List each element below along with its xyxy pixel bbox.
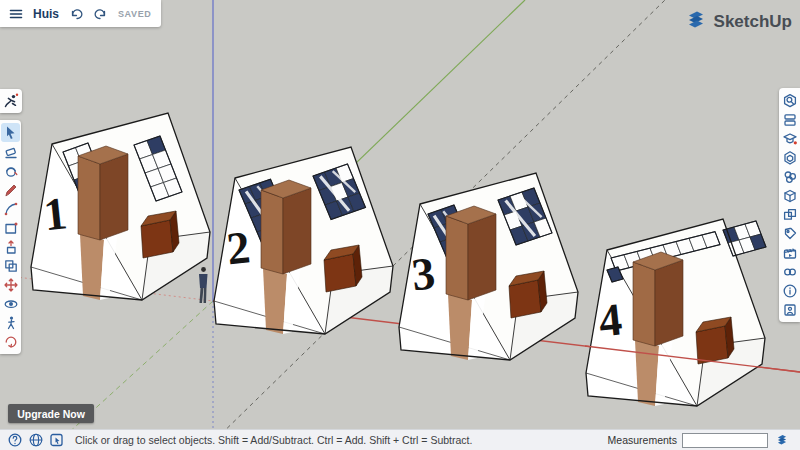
help-icon[interactable] xyxy=(6,432,23,449)
tags-panel-button[interactable] xyxy=(780,224,799,243)
shadows-panel-button[interactable] xyxy=(780,262,799,281)
line-tool-button[interactable] xyxy=(1,180,20,199)
walk-tool-button[interactable] xyxy=(1,313,20,332)
move-tool-button[interactable] xyxy=(1,275,20,294)
shape-tool-button[interactable] xyxy=(1,218,20,237)
document-toolbar: Huis SAVED xyxy=(0,0,161,27)
instructor-panel-button[interactable] xyxy=(780,129,799,148)
select-tool-button[interactable] xyxy=(1,123,20,142)
search-warehouse-panel-button[interactable] xyxy=(780,91,799,110)
redo-icon[interactable] xyxy=(93,6,109,22)
app-settings-panel-button[interactable] xyxy=(780,300,799,319)
drawing-tools-rail xyxy=(0,120,21,354)
styles-panel-button[interactable] xyxy=(780,186,799,205)
sketchup-mark-icon xyxy=(684,8,708,36)
undo-icon[interactable] xyxy=(68,6,84,22)
language-globe-icon[interactable] xyxy=(27,432,44,449)
entity-info-panel-button[interactable] xyxy=(780,110,799,129)
paint-tool-button[interactable] xyxy=(1,161,20,180)
orbit-tool-button[interactable] xyxy=(1,294,20,313)
sketchup-logo-text: SketchUp xyxy=(714,12,792,32)
eraser-tool-button[interactable] xyxy=(1,142,20,161)
select-hint-icon xyxy=(48,432,65,449)
scenes-panel-button[interactable] xyxy=(780,243,799,262)
sketchup-mini-mark-icon xyxy=(773,432,790,449)
upgrade-now-button[interactable]: Upgrade Now xyxy=(8,404,94,423)
sketchup-window: 1234 Huis SAVED SketchUp Upgrade Now Cli… xyxy=(0,0,800,450)
materials-panel-button[interactable] xyxy=(780,167,799,186)
measurements-input[interactable] xyxy=(682,433,768,448)
panels-rail xyxy=(779,88,800,322)
measurements-label: Measurements xyxy=(608,434,677,446)
leap-figure-button[interactable] xyxy=(0,89,22,113)
status-bar: Click or drag to select objects. Shift =… xyxy=(0,429,800,450)
rotate-tool-button[interactable] xyxy=(1,332,20,351)
save-status-label: SAVED xyxy=(118,9,151,19)
model-info-panel-button[interactable] xyxy=(780,281,799,300)
menu-icon[interactable] xyxy=(8,6,24,22)
push-pull-tool-button[interactable] xyxy=(1,237,20,256)
model-canvas[interactable]: 1234 xyxy=(0,0,800,450)
arc-tool-button[interactable] xyxy=(1,199,20,218)
offset-tool-button[interactable] xyxy=(1,256,20,275)
views-panel-button[interactable] xyxy=(780,205,799,224)
components-panel-button[interactable] xyxy=(780,148,799,167)
sketchup-logo: SketchUp xyxy=(684,8,792,36)
document-title: Huis xyxy=(33,7,59,21)
status-hint-text: Click or drag to select objects. Shift =… xyxy=(75,434,472,446)
